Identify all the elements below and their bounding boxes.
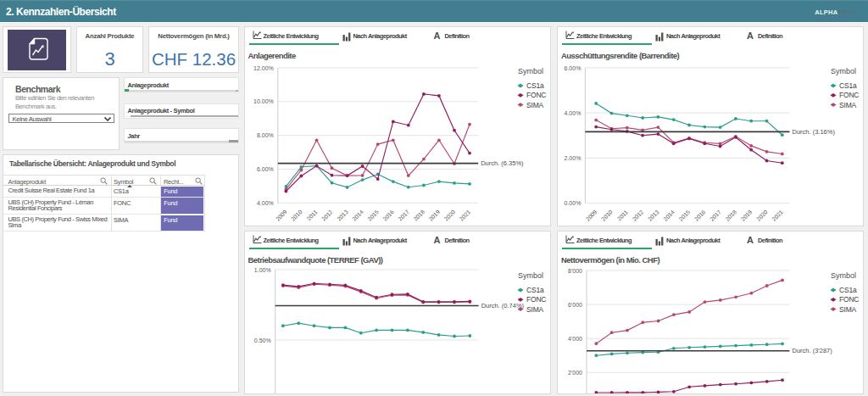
svg-text:CS1a: CS1a <box>839 286 857 294</box>
svg-text:2011: 2011 <box>305 209 318 221</box>
svg-text:Symbol: Symbol <box>831 67 856 75</box>
svg-text:2012: 2012 <box>632 209 645 222</box>
svg-text:FONC: FONC <box>839 91 859 99</box>
svg-text:SIMA: SIMA <box>526 305 544 314</box>
svg-text:CS1a: CS1a <box>526 81 544 90</box>
svg-text:4.00%: 4.00% <box>256 200 273 206</box>
svg-text:2010: 2010 <box>289 209 303 222</box>
svg-text:4.00%: 4.00% <box>565 110 581 116</box>
svg-text:2011: 2011 <box>616 209 629 221</box>
svg-text:SIMA: SIMA <box>526 101 544 109</box>
svg-text:Durch. (3'287): Durch. (3'287) <box>793 347 833 354</box>
svg-text:10.00%: 10.00% <box>253 98 274 104</box>
svg-text:2013: 2013 <box>647 209 660 222</box>
svg-text:2014: 2014 <box>351 209 364 222</box>
svg-text:Durch. (3.16%): Durch. (3.16%) <box>793 128 836 136</box>
svg-text:6'000: 6'000 <box>568 302 582 308</box>
svg-text:2015: 2015 <box>366 209 380 222</box>
svg-text:2016: 2016 <box>693 209 707 222</box>
svg-text:2019: 2019 <box>740 209 754 222</box>
svg-text:2020: 2020 <box>442 209 456 222</box>
svg-text:Durch. (6.35%): Durch. (6.35%) <box>481 159 524 167</box>
svg-text:SIMA: SIMA <box>839 101 857 109</box>
svg-text:2020: 2020 <box>755 209 769 222</box>
svg-text:2.00%: 2.00% <box>565 155 581 161</box>
svg-text:2010: 2010 <box>600 209 614 222</box>
svg-text:CS1a: CS1a <box>526 286 544 294</box>
svg-text:4'000: 4'000 <box>568 336 582 342</box>
svg-text:2021: 2021 <box>458 209 471 222</box>
svg-text:6.00%: 6.00% <box>565 65 581 71</box>
svg-text:FONC: FONC <box>526 295 546 304</box>
svg-text:2014: 2014 <box>662 209 676 222</box>
svg-text:8.00%: 8.00% <box>256 132 273 138</box>
svg-text:2018: 2018 <box>724 209 737 222</box>
svg-text:6.00%: 6.00% <box>256 166 273 172</box>
svg-text:2015: 2015 <box>678 209 692 222</box>
svg-text:2009: 2009 <box>585 209 598 222</box>
svg-text:2018: 2018 <box>412 209 426 222</box>
svg-text:12.00%: 12.00% <box>253 65 274 71</box>
svg-text:FONC: FONC <box>526 91 546 99</box>
svg-text:FONC: FONC <box>839 295 859 304</box>
svg-text:2019: 2019 <box>427 209 441 222</box>
svg-text:2'000: 2'000 <box>568 370 582 376</box>
svg-text:2013: 2013 <box>336 209 349 222</box>
svg-text:1.00%: 1.00% <box>253 267 270 273</box>
svg-text:2012: 2012 <box>320 209 334 222</box>
svg-text:0.50%: 0.50% <box>253 337 270 343</box>
svg-text:Symbol: Symbol <box>831 271 856 280</box>
svg-text:2016: 2016 <box>381 209 395 222</box>
svg-text:CS1a: CS1a <box>839 81 857 90</box>
svg-text:Symbol: Symbol <box>518 271 543 280</box>
svg-text:8'000: 8'000 <box>568 268 582 274</box>
svg-text:2017: 2017 <box>397 209 410 222</box>
svg-text:2017: 2017 <box>709 209 722 222</box>
svg-text:2009: 2009 <box>274 209 287 222</box>
svg-text:0.00%: 0.00% <box>565 200 581 206</box>
svg-text:Symbol: Symbol <box>518 67 543 75</box>
svg-text:SIMA: SIMA <box>839 305 857 314</box>
svg-text:2021: 2021 <box>771 209 784 222</box>
svg-text:Durch. (0.74%): Durch. (0.74%) <box>481 302 524 310</box>
